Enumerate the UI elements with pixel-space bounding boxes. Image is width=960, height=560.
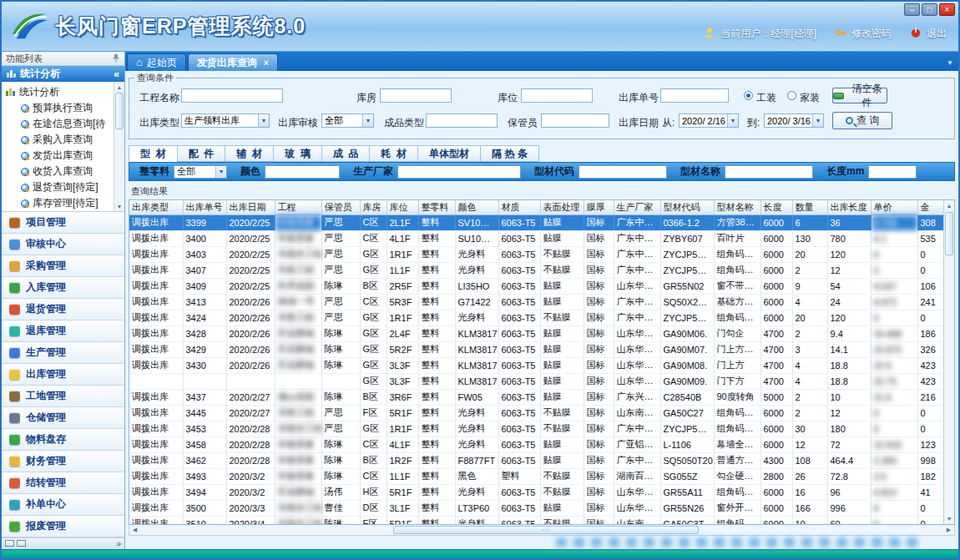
audit-select[interactable]: 全部 ▼ <box>321 114 374 128</box>
column-header[interactable]: 长度 <box>760 200 792 214</box>
change-password-link[interactable]: 修改密码 <box>851 27 892 41</box>
column-header[interactable]: 型材名称 <box>714 200 760 214</box>
column-header[interactable]: 保管员 <box>321 200 360 214</box>
table-row[interactable]: 调拨出库34072020/2/25市政工程严思G区1L1F整料光身料6063-T… <box>129 262 943 278</box>
sidebar-item-仓储管理[interactable]: 仓储管理 <box>2 407 124 429</box>
footer-icons[interactable] <box>5 539 28 548</box>
chevrons-icon[interactable]: » <box>116 539 121 548</box>
table-row[interactable]: 调拨出库35102020/3/4市政共工程陈琳F区5R1F整料光身料6063-T… <box>129 516 943 524</box>
tree-item-退货查询[待定][interactable]: 退货查询[待定] <box>6 179 112 195</box>
column-header[interactable]: 型材代码 <box>660 200 714 214</box>
table-row[interactable]: 调拨出库34452020/2/27市政工程严思F区5R1F整料光身料6063-T… <box>129 405 943 421</box>
product-type-input[interactable] <box>426 114 498 128</box>
sidebar-group-statistics[interactable]: 统计分析 « <box>2 66 124 82</box>
sidebar-item-退库管理[interactable]: 退库管理 <box>2 320 124 342</box>
table-row[interactable]: 调拨出库34132020/2/26南湖一号严思C区5R3F整料G71422606… <box>129 294 943 310</box>
column-header[interactable]: 工程 <box>275 200 321 214</box>
order-no-input[interactable] <box>660 88 729 103</box>
project-name-input[interactable] <box>181 88 283 103</box>
scroll-left-icon[interactable]: ◀ <box>129 525 140 536</box>
vscroll-thumb[interactable] <box>945 212 953 255</box>
sidebar-item-工地管理[interactable]: 工地管理 <box>2 386 124 407</box>
sidebar-item-财务管理[interactable]: 财务管理 <box>2 451 124 472</box>
hscroll-thumb[interactable] <box>393 526 699 534</box>
radio-work-label[interactable]: 工装 <box>756 91 776 105</box>
panel-icon[interactable] <box>5 540 14 547</box>
column-header[interactable]: 单价 <box>871 200 917 214</box>
tab-close-icon[interactable]: × <box>264 58 269 68</box>
material-tab-单体型材[interactable]: 单体型材 <box>417 145 480 162</box>
sidebar-item-审核中心[interactable]: 审核中心 <box>2 234 124 255</box>
collapse-icon[interactable]: « <box>114 68 119 80</box>
material-tab-耗材[interactable]: 耗 材 <box>369 145 417 162</box>
table-row[interactable]: 调拨出库34532020/2/28市政共工程严思G区1R1F整料光身料6063-… <box>129 421 943 436</box>
profile-code-input[interactable] <box>579 165 667 179</box>
sidebar-item-补单中心[interactable]: 补单中心 <box>2 494 124 516</box>
keeper-input[interactable] <box>541 114 609 128</box>
manufacturer-input[interactable] <box>397 165 521 179</box>
radio-home[interactable] <box>787 91 796 100</box>
radio-work[interactable] <box>744 91 753 100</box>
sidebar-item-采购管理[interactable]: 采购管理 <box>2 255 124 277</box>
out-type-select[interactable]: 生产领料出库 ▼ <box>181 114 270 128</box>
warehouse-input[interactable] <box>380 88 452 103</box>
tree-item-在途信息查询[待[interactable]: 在途信息查询[待 <box>6 116 112 132</box>
tree-item-库存管理[待定][interactable]: 库存管理[待定] <box>6 195 112 211</box>
close-button[interactable]: × <box>939 3 955 16</box>
table-row[interactable]: 调拨出库34932020/3/2华发原著陈琳C区1L1F整料黑色塑料不贴膜国标湖… <box>129 468 943 484</box>
sidebar-item-报废管理[interactable]: 报废管理 <box>2 516 124 537</box>
column-header[interactable]: 整零料 <box>418 200 455 214</box>
maximize-button[interactable]: □ <box>922 3 937 16</box>
radio-home-label[interactable]: 家装 <box>800 91 820 105</box>
table-row[interactable]: 调拨出库34292020/2/26石花辉城陈琳G区5R2F整料KLM381760… <box>129 341 943 357</box>
sidebar-item-物料盘存[interactable]: 物料盘存 <box>2 429 124 451</box>
table-row[interactable]: 调拨出库34282020/2/26石花辉城陈琳G区2L4F整料KLM381760… <box>129 325 943 341</box>
column-header[interactable]: 表面处理 <box>540 200 584 214</box>
profile-name-input[interactable] <box>725 165 813 179</box>
material-tab-配件[interactable]: 配 件 <box>177 145 225 162</box>
scroll-down-icon[interactable]: ▼ <box>944 513 954 524</box>
table-row[interactable]: G区3L3F整料KLM38176063-T5贴膜国标山东华…GA90M09.门下… <box>129 373 943 389</box>
tree-item-发货出库查询[interactable]: 发货出库查询 <box>6 148 112 164</box>
table-row[interactable]: 调拨出库34092020/2/25长风花园陈琳B区2R5F整料LI35HO606… <box>129 278 943 294</box>
tree-root[interactable]: 统计分析 <box>6 84 112 100</box>
column-header[interactable]: 库位 <box>387 200 418 214</box>
column-header[interactable]: 出库单号 <box>183 200 226 214</box>
table-row[interactable]: 调拨出库34032020/2/25市政共工程严思G区1R1F整料光身料6063-… <box>129 246 943 262</box>
sidebar-item-退货管理[interactable]: 退货管理 <box>2 299 124 320</box>
color-input[interactable] <box>265 165 340 179</box>
column-header[interactable]: 库房 <box>360 200 387 214</box>
material-tab-玻璃[interactable]: 玻 璃 <box>273 145 321 162</box>
table-row[interactable]: 调拨出库34622020/2/28华发原著陈琳B区1R2F整料F8877FT60… <box>129 452 943 468</box>
column-header[interactable]: 生产厂家 <box>614 200 660 214</box>
tree-item-收货入库查询[interactable]: 收货入库查询 <box>6 164 112 179</box>
whole-part-select[interactable]: 全部 ▼ <box>174 165 227 179</box>
tab-发货出库查询[interactable]: 发货出库查询× <box>188 53 278 71</box>
material-tab-成品[interactable]: 成 品 <box>321 145 370 162</box>
tree-scroll-thumb[interactable] <box>115 93 124 129</box>
scroll-down-icon[interactable]: ▼ <box>114 201 124 211</box>
table-row[interactable]: 调拨出库34942020/3/2石花辉城汤伟H区5R1F整料光身料6063-T5… <box>129 484 943 500</box>
tree-item-预算执行查询[interactable]: 预算执行查询 <box>6 100 112 116</box>
pin-icon[interactable] <box>112 53 120 64</box>
column-header[interactable]: 出库日期 <box>226 200 275 214</box>
clear-button[interactable]: 清空条件 <box>832 88 887 103</box>
search-button[interactable]: 查 询 <box>832 112 892 129</box>
table-row[interactable]: 调拨出库35002020/3/3市政共工程曹佳D区3L1F整料LT3P60606… <box>129 500 943 516</box>
sidebar-item-出库管理[interactable]: 出库管理 <box>2 364 124 386</box>
column-header[interactable]: 颜色 <box>455 200 498 214</box>
vertical-scrollbar[interactable]: ▲ ▼ <box>943 200 954 524</box>
sidebar-item-结转管理[interactable]: 结转管理 <box>2 472 124 494</box>
material-tab-型材[interactable]: 型 材 <box>129 145 177 162</box>
table-row[interactable]: 调拨出库34242020/2/26市政工程严思G区1R1F整料光身料6063-T… <box>129 310 943 325</box>
panel-icon-2[interactable] <box>17 540 26 547</box>
column-header[interactable]: 出库长度 <box>827 200 871 214</box>
material-tab-辅材[interactable]: 辅 材 <box>225 145 273 162</box>
location-input[interactable] <box>521 88 593 103</box>
date-from-picker[interactable]: 2020/ 2/16 ▼ <box>679 114 739 128</box>
tree-item-采购入库查询[interactable]: 采购入库查询 <box>6 132 112 148</box>
horizontal-scrollbar[interactable]: ◀ ▶ <box>129 525 955 536</box>
length-input[interactable] <box>868 165 917 179</box>
sidebar-item-入库管理[interactable]: 入库管理 <box>2 277 124 299</box>
table-row[interactable]: 调拨出库34302020/2/26石花辉城陈琳G区3L3F整料KLM381760… <box>129 357 943 373</box>
